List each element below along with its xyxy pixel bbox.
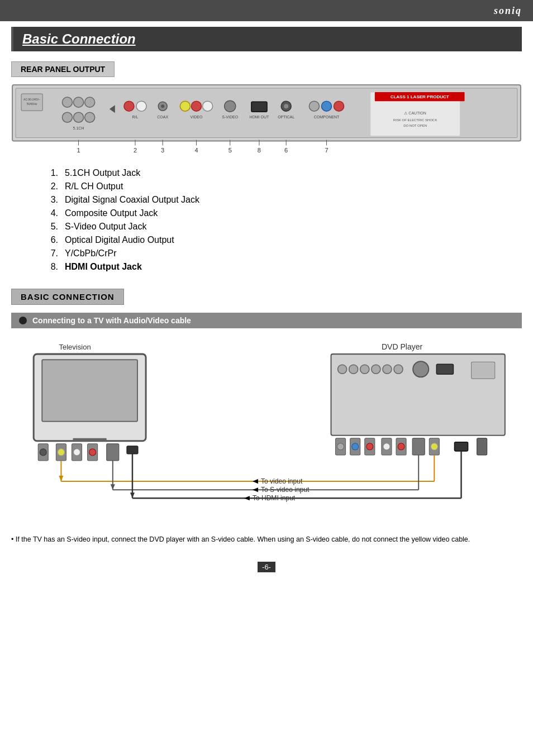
svg-rect-94	[477, 438, 487, 454]
rear-panel-label: REAR PANEL OUTPUT	[11, 61, 115, 77]
svg-point-63	[58, 448, 64, 455]
svg-point-9	[74, 112, 84, 122]
svg-rect-25	[251, 102, 267, 112]
svg-rect-59	[73, 438, 106, 441]
svg-text:8: 8	[258, 147, 261, 154]
title-section: Basic Connection	[11, 27, 522, 51]
svg-point-89	[398, 443, 404, 449]
svg-marker-111	[244, 496, 250, 500]
list-item: 2. R/L CH Output	[45, 181, 499, 192]
page-number: -6-	[258, 562, 275, 572]
svg-point-6	[74, 97, 84, 107]
list-item: 4. Composite Output Jack	[45, 208, 499, 218]
list-item-hdmi: 8. HDMI Output Jack	[45, 262, 499, 272]
svg-text:S-VIDEO: S-VIDEO	[222, 115, 238, 119]
svg-text:AC:90-240V~: AC:90-240V~	[23, 98, 40, 101]
svg-text:5: 5	[229, 147, 232, 154]
rear-panel-items-list: 1. 5.1CH Output Jack 2. R/L CH Output 3.…	[45, 168, 499, 272]
svg-text:CLASS 1 LASER PRODUCT: CLASS 1 LASER PRODUCT	[391, 94, 449, 99]
svg-point-92	[431, 443, 437, 449]
svg-text:COMPONENT: COMPONENT	[314, 115, 340, 119]
svg-text:4: 4	[194, 147, 198, 154]
svg-text:⚠ CAUTION: ⚠ CAUTION	[404, 111, 426, 115]
svg-rect-58	[42, 360, 137, 421]
svg-marker-106	[130, 492, 135, 498]
svg-rect-93	[454, 442, 468, 451]
svg-text:1: 1	[77, 147, 80, 154]
svg-point-31	[321, 101, 331, 111]
svg-text:RISK OF ELECTRIC SHOCK: RISK OF ELECTRIC SHOCK	[393, 118, 437, 122]
brand-logo: soniq	[494, 5, 522, 17]
svg-point-19	[180, 101, 190, 111]
svg-rect-90	[412, 438, 425, 454]
svg-text:2: 2	[134, 147, 137, 154]
svg-point-65	[74, 448, 80, 455]
svg-text:To HDMI input: To HDMI input	[253, 494, 296, 502]
svg-point-28	[284, 104, 288, 108]
svg-text:6: 6	[284, 147, 288, 154]
basic-connection-label: BASIC CONNECTION	[11, 289, 124, 305]
svg-text:7: 7	[325, 147, 328, 154]
svg-point-72	[349, 365, 358, 374]
svg-point-13	[124, 101, 134, 111]
svg-marker-104	[59, 476, 63, 481]
footer-note: If the TV has an S-video input, connect …	[11, 534, 522, 545]
svg-rect-79	[472, 362, 495, 379]
list-item: 3. Digital Signal Coaxial Output Jack	[45, 195, 499, 205]
svg-point-10	[85, 112, 95, 122]
connection-diagram: Television DVD Player	[11, 338, 522, 525]
page-title: Basic Connection	[22, 31, 136, 46]
list-item: 1. 5.1CH Output Jack	[45, 168, 499, 178]
svg-point-20	[191, 101, 201, 111]
rear-panel-svg: AC:90-240V~ 50/60Hz 5.1CH R/L COAX VIDEO…	[11, 84, 522, 162]
connection-diagram-svg: Television DVD Player	[11, 338, 522, 523]
list-item: 7. Y/CbPb/CrPr	[45, 248, 499, 259]
svg-point-85	[367, 443, 373, 449]
svg-text:To S-video input: To S-video input	[261, 486, 310, 494]
svg-point-75	[383, 365, 392, 374]
svg-point-8	[62, 112, 72, 122]
svg-point-67	[89, 448, 96, 455]
bullet-icon	[19, 317, 27, 324]
svg-point-32	[334, 101, 344, 111]
svg-marker-109	[253, 487, 258, 492]
svg-text:OPTICAL: OPTICAL	[278, 115, 294, 119]
svg-point-76	[394, 365, 403, 374]
svg-point-77	[413, 361, 429, 377]
svg-point-71	[338, 365, 347, 374]
svg-text:3: 3	[161, 147, 164, 154]
svg-rect-69	[127, 446, 138, 453]
header-bar: soniq	[0, 0, 533, 21]
svg-text:DO NOT OPEN: DO NOT OPEN	[403, 124, 427, 127]
svg-rect-68	[107, 443, 119, 460]
svg-text:To video input: To video input	[261, 477, 303, 485]
svg-point-30	[309, 101, 319, 111]
svg-text:5.1CH: 5.1CH	[73, 126, 84, 130]
svg-point-7	[85, 97, 95, 107]
svg-point-61	[40, 448, 46, 455]
svg-point-81	[337, 443, 344, 449]
svg-marker-107	[253, 479, 258, 484]
svg-text:R/L: R/L	[132, 115, 139, 119]
svg-text:COAX: COAX	[157, 115, 168, 119]
svg-marker-105	[111, 484, 115, 490]
svg-point-17	[161, 104, 164, 108]
svg-point-14	[136, 101, 146, 111]
sub-section-label: Connecting to a TV with Audio/Video cabl…	[11, 313, 522, 328]
svg-text:50/60Hz: 50/60Hz	[27, 102, 37, 106]
svg-point-21	[203, 101, 213, 111]
sub-section-text: Connecting to a TV with Audio/Video cabl…	[32, 316, 191, 325]
svg-point-5	[62, 97, 72, 107]
rear-panel-diagram: AC:90-240V~ 50/60Hz 5.1CH R/L COAX VIDEO…	[11, 84, 522, 162]
svg-rect-78	[436, 364, 453, 374]
svg-point-83	[352, 443, 359, 449]
svg-text:HDMI OUT: HDMI OUT	[250, 115, 269, 119]
svg-point-74	[372, 365, 380, 374]
list-item: 5. S-Video Output Jack	[45, 222, 499, 232]
svg-point-87	[383, 443, 390, 449]
list-item: 6. Optical Digital Audio Output	[45, 235, 499, 245]
tv-label: Television	[59, 343, 91, 351]
svg-text:VIDEO: VIDEO	[191, 115, 203, 119]
page-number-section: -6-	[0, 562, 533, 572]
svg-point-73	[360, 365, 369, 374]
